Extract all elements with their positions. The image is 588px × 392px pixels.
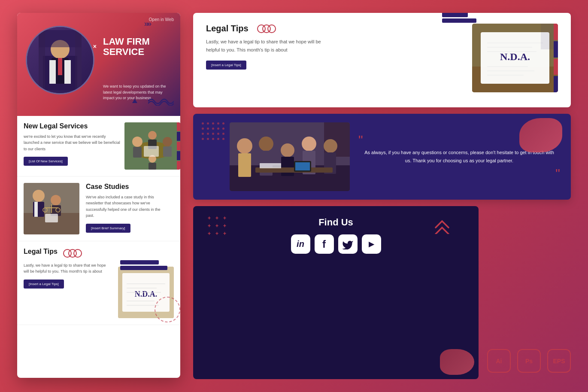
right-nda-svg: N.D.A.	[472, 24, 558, 92]
legal-tips-left-section: Legal Tips Lastly, we have a legal tip t…	[17, 241, 180, 325]
team-svg	[230, 122, 350, 191]
right-legal-tips-text: Legal Tips Lastly, we have a legal tip t…	[206, 24, 464, 97]
svg-text:N.D.A.: N.D.A.	[500, 51, 530, 62]
new-services-body: we're excited to let you know that we've…	[24, 134, 120, 152]
ps-badge[interactable]: Ps	[517, 349, 541, 373]
arrow-decoration	[431, 213, 453, 234]
twitter-icon[interactable]	[338, 234, 358, 254]
svg-rect-63	[281, 157, 294, 176]
right-rings-icon	[257, 24, 276, 33]
legal-tips-left-row: Lastly, we have a legal tip to share tha…	[24, 262, 174, 318]
wave-decoration	[148, 97, 174, 107]
svg-point-28	[51, 195, 61, 205]
purple-blocks-top	[442, 13, 476, 24]
blob-decoration	[519, 118, 562, 152]
svg-rect-21	[144, 146, 159, 157]
blob-bottom-right	[440, 349, 474, 375]
svg-point-62	[281, 143, 294, 157]
legal-tips-left-title-row: Legal Tips	[24, 248, 174, 259]
meeting-image	[124, 122, 180, 170]
meeting-image-area	[124, 122, 180, 170]
right-bottom-row: + + + + + + + + + Find Us	[193, 206, 571, 379]
legal-tips-left-button[interactable]: [Insert a Legal Tips]	[24, 280, 64, 289]
svg-point-17	[163, 137, 172, 146]
case-studies-section: Case Studies We've also included a case …	[17, 176, 180, 241]
plus-decoration: + + + + + + + + +	[206, 215, 228, 237]
new-services-title: New Legal Services	[24, 122, 120, 130]
svg-rect-59	[238, 153, 251, 177]
case-studies-row: Case Studies We've also included a case …	[24, 183, 174, 234]
new-services-button[interactable]: [List Of New Services]	[24, 157, 68, 166]
right-legal-tips-button[interactable]: [Insert a Legal Tips]	[206, 61, 246, 70]
arrows-svg	[431, 213, 453, 234]
legal-tips-left-body: Lastly, we have a legal tip to share tha…	[24, 262, 107, 275]
linkedin-icon[interactable]: in	[291, 234, 310, 254]
svg-rect-9	[75, 30, 82, 90]
svg-rect-18	[163, 146, 172, 157]
new-services-text: New Legal Services we're excited to let …	[24, 122, 124, 170]
software-badges-panel: Ai Ps EPS	[487, 206, 571, 379]
dashed-circle-decoration	[155, 297, 180, 322]
lawyer-silhouette	[39, 30, 82, 90]
right-legal-tips-body: Lastly, we have a legal tip to share tha…	[206, 38, 326, 54]
youtube-icon[interactable]: ▶	[362, 234, 381, 254]
svg-point-66	[324, 139, 337, 153]
find-us-section: + + + + + + + + + Find Us	[193, 206, 479, 379]
x-decoration: ×	[93, 43, 97, 50]
legal-tips-left-title: Legal Tips	[24, 248, 58, 255]
team-photo-area	[230, 122, 350, 191]
right-panel: Legal Tips Lastly, we have a legal tip t…	[193, 13, 571, 379]
svg-point-25	[33, 190, 45, 202]
meeting-svg	[124, 122, 180, 170]
svg-point-58	[237, 138, 252, 154]
open-in-web-link[interactable]: Open in Web	[149, 17, 174, 22]
right-nda-image-area: N.D.A.	[472, 24, 558, 97]
legal-tips-left-text-area: Lastly, we have a legal tip to share tha…	[24, 262, 112, 318]
right-nda-image: N.D.A.	[472, 24, 558, 92]
svg-rect-4	[49, 60, 56, 84]
case-studies-text: Case Studies We've also included a case …	[86, 183, 174, 234]
rings-icon	[63, 249, 82, 258]
right-title-row: Legal Tips	[206, 24, 464, 33]
chevrons-decoration: »»	[144, 19, 150, 28]
portrait-image	[27, 27, 93, 93]
newsletter-header: Open in Web »»	[17, 13, 180, 116]
svg-rect-8	[39, 30, 45, 90]
find-us-title: Find Us	[318, 217, 353, 228]
social-icons-row: in f ▶	[291, 234, 381, 254]
case-studies-body: We've also included a case study in this…	[86, 194, 170, 219]
purple-blocks-left	[120, 260, 167, 271]
image-stripes	[177, 122, 180, 170]
twitter-svg	[342, 239, 354, 249]
svg-rect-30	[45, 214, 58, 222]
header-title: LAW FIRM SERVICE	[103, 36, 172, 57]
nda-image-left-area: N.D.A.	[118, 262, 174, 318]
right-legal-tips-title: Legal Tips	[206, 24, 249, 33]
case-studies-title: Case Studies	[86, 183, 170, 191]
eps-badge[interactable]: EPS	[547, 349, 571, 373]
right-legal-tips-card: Legal Tips Lastly, we have a legal tip t…	[193, 13, 571, 107]
triangle-decoration	[132, 99, 137, 103]
svg-point-64	[302, 137, 316, 151]
facebook-icon[interactable]: f	[315, 234, 334, 254]
case-studies-button[interactable]: [Insert Brief Summary]	[86, 224, 130, 233]
svg-rect-71	[260, 163, 281, 168]
legal-image	[24, 183, 79, 234]
svg-text:N.D.A.: N.D.A.	[135, 290, 158, 298]
svg-point-60	[259, 137, 273, 151]
svg-rect-6	[58, 58, 62, 75]
right-middle-section: " As always, if you have any questions o…	[193, 114, 571, 200]
svg-rect-5	[64, 60, 71, 84]
svg-point-13	[132, 137, 142, 147]
svg-rect-27	[34, 202, 38, 217]
svg-rect-14	[133, 147, 142, 158]
nda-right-stripes	[554, 24, 558, 92]
new-legal-services-section: New Legal Services we're excited to let …	[17, 116, 180, 176]
ai-badge[interactable]: Ai	[487, 349, 511, 373]
software-badges-row: Ai Ps EPS	[487, 349, 571, 373]
svg-rect-70	[295, 162, 310, 170]
dots-decoration	[202, 122, 226, 141]
newsletter-preview: Open in Web »»	[17, 13, 180, 378]
main-container: Open in Web »»	[0, 0, 588, 392]
legal-image-area	[24, 183, 79, 234]
